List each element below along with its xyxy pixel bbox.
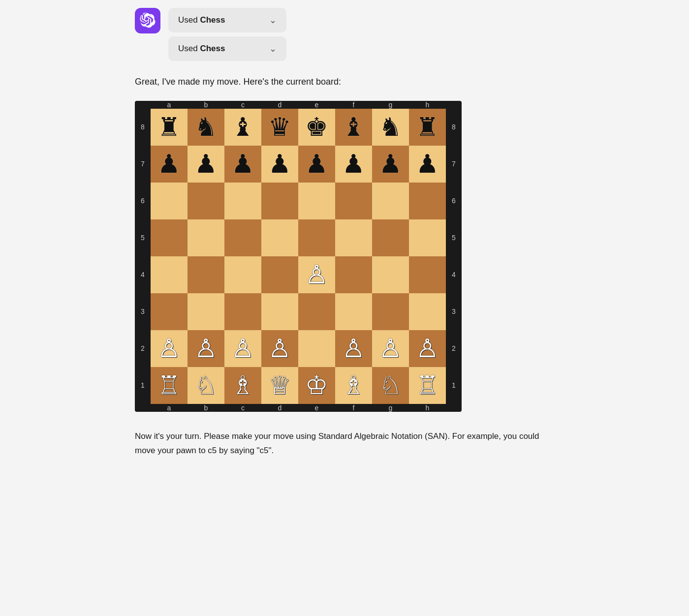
- chess-cell-5-2[interactable]: [224, 293, 261, 330]
- chess-cell-7-6[interactable]: ♘: [372, 367, 409, 404]
- tool-badge-2[interactable]: Used Chess ⌄: [168, 36, 286, 61]
- bottom-col-label-a: a: [151, 404, 188, 412]
- chess-cell-4-2[interactable]: [224, 256, 261, 293]
- chess-cell-2-4[interactable]: [298, 183, 335, 219]
- tool-badge-2-name: Chess: [200, 44, 225, 53]
- bottom-col-label-f: f: [335, 404, 372, 412]
- chess-cell-1-1[interactable]: ♟: [188, 146, 224, 183]
- row-label-7: 7: [135, 146, 151, 183]
- chess-cell-2-6[interactable]: [372, 183, 409, 219]
- openai-icon: [140, 13, 156, 29]
- chess-cell-0-2[interactable]: ♝: [224, 109, 261, 146]
- tool-badge-1[interactable]: Used Chess ⌄: [168, 8, 286, 32]
- col-label-g: g: [372, 101, 409, 109]
- row-label-6: 6: [135, 183, 151, 219]
- chess-cell-7-5[interactable]: ♗: [335, 367, 372, 404]
- chess-cell-2-2[interactable]: [224, 183, 261, 219]
- chess-cell-7-4[interactable]: ♔: [298, 367, 335, 404]
- message-above-board: Great, I've made my move. Here's the cur…: [135, 75, 554, 89]
- tool-badges-column: Used Chess ⌄ Used Chess ⌄: [168, 8, 286, 61]
- chess-cell-0-1[interactable]: ♞: [188, 109, 224, 146]
- chess-cell-3-0[interactable]: [151, 219, 188, 256]
- chess-cell-6-2[interactable]: ♙: [224, 330, 261, 367]
- chess-cell-3-4[interactable]: [298, 219, 335, 256]
- chess-cell-4-0[interactable]: [151, 256, 188, 293]
- bottom-col-label-h: h: [409, 404, 446, 412]
- right-row-label-3: 3: [446, 293, 462, 330]
- chess-cell-2-3[interactable]: [261, 183, 298, 219]
- col-label-c: c: [224, 101, 261, 109]
- chess-cell-4-7[interactable]: [409, 256, 446, 293]
- chess-cell-5-3[interactable]: [261, 293, 298, 330]
- col-label-a: a: [151, 101, 188, 109]
- chess-cell-2-1[interactable]: [188, 183, 224, 219]
- bottom-col-label-d: d: [261, 404, 298, 412]
- chess-cell-7-0[interactable]: ♖: [151, 367, 188, 404]
- chess-cell-3-6[interactable]: [372, 219, 409, 256]
- board-with-labels: a b c d e f g h 8 7 6 5: [135, 101, 462, 412]
- chess-cell-5-0[interactable]: [151, 293, 188, 330]
- bottom-col-label-b: b: [188, 404, 224, 412]
- chess-cell-1-6[interactable]: ♟: [372, 146, 409, 183]
- chess-cell-1-7[interactable]: ♟: [409, 146, 446, 183]
- chess-cell-2-5[interactable]: [335, 183, 372, 219]
- chess-cell-5-4[interactable]: [298, 293, 335, 330]
- chess-cell-3-3[interactable]: [261, 219, 298, 256]
- chess-cell-6-1[interactable]: ♙: [188, 330, 224, 367]
- right-row-label-6: 6: [446, 183, 462, 219]
- row-label-4: 4: [135, 256, 151, 293]
- chess-cell-0-5[interactable]: ♝: [335, 109, 372, 146]
- chess-cell-0-6[interactable]: ♞: [372, 109, 409, 146]
- left-row-labels: 8 7 6 5 4 3 2 1: [135, 109, 151, 404]
- chess-cell-2-0[interactable]: [151, 183, 188, 219]
- col-label-b: b: [188, 101, 224, 109]
- chess-cell-6-6[interactable]: ♙: [372, 330, 409, 367]
- chess-cell-0-3[interactable]: ♛: [261, 109, 298, 146]
- right-row-label-1: 1: [446, 367, 462, 404]
- chess-cell-6-5[interactable]: ♙: [335, 330, 372, 367]
- chess-cell-6-7[interactable]: ♙: [409, 330, 446, 367]
- chess-cell-4-3[interactable]: [261, 256, 298, 293]
- chess-cell-3-7[interactable]: [409, 219, 446, 256]
- right-row-label-8: 8: [446, 109, 462, 146]
- chess-cell-4-6[interactable]: [372, 256, 409, 293]
- message-below-board: Now it's your turn. Please make your mov…: [135, 430, 554, 458]
- chess-cell-4-1[interactable]: [188, 256, 224, 293]
- chess-cell-5-7[interactable]: [409, 293, 446, 330]
- chess-cell-4-4[interactable]: ♙: [298, 256, 335, 293]
- chess-cell-1-0[interactable]: ♟: [151, 146, 188, 183]
- chess-cell-1-2[interactable]: ♟: [224, 146, 261, 183]
- chess-cell-5-6[interactable]: [372, 293, 409, 330]
- chess-cell-6-0[interactable]: ♙: [151, 330, 188, 367]
- col-label-f: f: [335, 101, 372, 109]
- right-row-label-7: 7: [446, 146, 462, 183]
- chess-cell-6-3[interactable]: ♙: [261, 330, 298, 367]
- chess-cell-7-1[interactable]: ♘: [188, 367, 224, 404]
- chess-grid: ♜♞♝♛♚♝♞♜♟♟♟♟♟♟♟♟♙♙♙♙♙♙♙♙♖♘♗♕♔♗♘♖: [151, 109, 446, 404]
- chess-wrapper: a b c d e f g h 8 7 6 5: [135, 101, 554, 414]
- chess-cell-3-1[interactable]: [188, 219, 224, 256]
- chess-cell-6-4[interactable]: [298, 330, 335, 367]
- chess-cell-3-5[interactable]: [335, 219, 372, 256]
- chess-cell-0-0[interactable]: ♜: [151, 109, 188, 146]
- chess-cell-1-5[interactable]: ♟: [335, 146, 372, 183]
- chess-cell-0-4[interactable]: ♚: [298, 109, 335, 146]
- chess-cell-7-3[interactable]: ♕: [261, 367, 298, 404]
- right-row-label-5: 5: [446, 219, 462, 256]
- chess-cell-5-1[interactable]: [188, 293, 224, 330]
- chess-cell-1-3[interactable]: ♟: [261, 146, 298, 183]
- chess-cell-2-7[interactable]: [409, 183, 446, 219]
- chess-cell-1-4[interactable]: ♟: [298, 146, 335, 183]
- chess-cell-0-7[interactable]: ♜: [409, 109, 446, 146]
- row-label-5: 5: [135, 219, 151, 256]
- chess-cell-7-2[interactable]: ♗: [224, 367, 261, 404]
- chess-cell-3-2[interactable]: [224, 219, 261, 256]
- bottom-col-labels: a b c d e f g h: [135, 404, 462, 412]
- chess-cell-4-5[interactable]: [335, 256, 372, 293]
- row-label-3: 3: [135, 293, 151, 330]
- row-label-1: 1: [135, 367, 151, 404]
- top-col-labels: a b c d e f g h: [135, 101, 462, 109]
- right-row-label-4: 4: [446, 256, 462, 293]
- chess-cell-7-7[interactable]: ♖: [409, 367, 446, 404]
- chess-cell-5-5[interactable]: [335, 293, 372, 330]
